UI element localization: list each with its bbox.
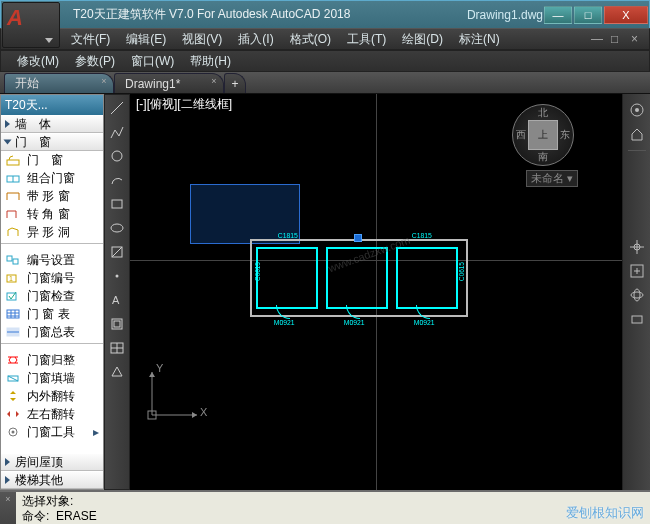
show-motion-icon[interactable] (627, 309, 647, 329)
region-tool-icon[interactable] (108, 363, 126, 381)
side-panel-title: T20天... (5, 97, 48, 114)
arrow-right-icon (5, 120, 10, 128)
menu-dim[interactable]: 标注(N) (451, 28, 508, 50)
label: 门窗检查 (27, 288, 75, 305)
circle-tool-icon[interactable] (108, 147, 126, 165)
compass-n: 北 (538, 106, 548, 120)
tab-add[interactable]: + (224, 73, 246, 93)
menu-window[interactable]: 窗口(W) (123, 50, 182, 72)
svg-line-21 (111, 102, 123, 114)
menu-file[interactable]: 文件(F) (63, 28, 118, 50)
chevron-right-icon: ▸ (93, 425, 99, 439)
table-tool-icon[interactable] (108, 339, 126, 357)
point-tool-icon[interactable] (108, 267, 126, 285)
ellipse-tool-icon[interactable] (108, 219, 126, 237)
arc-tool-icon[interactable] (108, 171, 126, 189)
orbit-icon[interactable] (627, 285, 647, 305)
mdi-minimize-icon[interactable]: — (591, 32, 605, 46)
close-button[interactable]: X (604, 6, 648, 24)
side-item-align[interactable]: 门窗归整 (1, 351, 103, 369)
compass-center[interactable]: 上 (528, 120, 558, 150)
workspace: T20天... 墙 体 门 窗 门 窗 组合门窗 带 形 窗 转 角 窗 异 形… (0, 94, 650, 490)
maximize-button[interactable]: □ (574, 6, 602, 24)
polyline-tool-icon[interactable] (108, 123, 126, 141)
separator (628, 150, 646, 151)
svg-point-24 (111, 224, 123, 232)
command-area: × 选择对象: 命令: ERASE 选择对象: *取消* 命令: TStatOp… (0, 490, 650, 524)
mdi-restore-icon[interactable]: □ (611, 32, 625, 46)
svg-point-41 (631, 292, 643, 298)
side-cat-doorwin[interactable]: 门 窗 (1, 133, 103, 151)
close-icon[interactable]: × (208, 76, 220, 88)
side-item-combo[interactable]: 组合门窗 (1, 169, 103, 187)
side-cat-wall[interactable]: 墙 体 (1, 115, 103, 133)
label: 门 窗 (27, 152, 63, 169)
window-label: C1815 (278, 232, 298, 240)
side-cat-wall-label: 墙 体 (15, 116, 51, 133)
door-label: M0921 (414, 319, 435, 327)
svg-point-22 (112, 151, 122, 161)
mdi-close-icon[interactable]: × (631, 32, 645, 46)
side-item-numset[interactable]: 编号设置 (1, 251, 103, 269)
close-icon[interactable]: × (5, 494, 10, 504)
menu-modify[interactable]: 修改(M) (9, 50, 67, 72)
side-item-odd[interactable]: 异 形 洞 (1, 223, 103, 241)
app-logo[interactable]: A (2, 2, 60, 48)
side-cat-doorwin-label: 门 窗 (15, 134, 51, 151)
close-icon[interactable]: × (98, 76, 110, 88)
document-tabs: 开始× Drawing1*× + (0, 72, 650, 94)
tab-drawing1-label: Drawing1* (125, 77, 180, 91)
label: 异 形 洞 (27, 224, 70, 241)
label: 转 角 窗 (27, 206, 70, 223)
side-cat-stair[interactable]: 楼梯其他 (1, 471, 103, 489)
drawing-canvas[interactable]: [-][俯视][二维线框] C1815 C1815 C0615 C0615 M0… (130, 94, 622, 490)
rect-tool-icon[interactable] (108, 195, 126, 213)
side-item-band[interactable]: 带 形 窗 (1, 187, 103, 205)
menu-draw[interactable]: 绘图(D) (394, 28, 451, 50)
svg-rect-30 (114, 321, 120, 327)
arrow-right-icon (5, 458, 10, 466)
svg-rect-3 (7, 256, 12, 261)
label: 带 形 窗 (27, 188, 70, 205)
side-item-number[interactable]: 1门窗编号 (1, 269, 103, 287)
menu-view[interactable]: 视图(V) (174, 28, 230, 50)
tab-start[interactable]: 开始× (4, 73, 114, 93)
door-icon (5, 153, 21, 167)
pan-icon[interactable] (627, 237, 647, 257)
menu-param[interactable]: 参数(P) (67, 50, 123, 72)
side-item-fillwall[interactable]: 门窗填墙 (1, 369, 103, 387)
view-name[interactable]: 未命名 ▾ (526, 170, 578, 187)
block-tool-icon[interactable] (108, 315, 126, 333)
menu-edit[interactable]: 编辑(E) (118, 28, 174, 50)
minimize-button[interactable]: — (544, 6, 572, 24)
zoom-extents-icon[interactable] (627, 261, 647, 281)
side-cat-roof[interactable]: 房间屋顶 (1, 453, 103, 471)
nav-wheel-icon[interactable] (627, 100, 647, 120)
svg-rect-43 (632, 316, 642, 323)
line-tool-icon[interactable] (108, 99, 126, 117)
ucs-icon: X Y (142, 360, 212, 430)
menu-format[interactable]: 格式(O) (282, 28, 339, 50)
side-item-flipio[interactable]: 内外翻转 (1, 387, 103, 405)
menu-help[interactable]: 帮助(H) (182, 50, 239, 72)
side-item-tools[interactable]: 门窗工具▸ (1, 423, 103, 441)
side-item-fliplr[interactable]: 左右翻转 (1, 405, 103, 423)
menubar: 文件(F) 编辑(E) 视图(V) 插入(I) 格式(O) 工具(T) 绘图(D… (0, 28, 650, 50)
hatch-tool-icon[interactable] (108, 243, 126, 261)
command-handle[interactable]: × (0, 492, 16, 524)
side-item-door[interactable]: 门 窗 (1, 151, 103, 169)
side-item-check[interactable]: 门窗检查 (1, 287, 103, 305)
side-item-corner[interactable]: 转 角 窗 (1, 205, 103, 223)
home-icon[interactable] (627, 124, 647, 144)
side-item-total[interactable]: 门窗总表 (1, 323, 103, 341)
menu-tools[interactable]: 工具(T) (339, 28, 394, 50)
text-tool-icon[interactable]: A (108, 291, 126, 309)
viewport-label[interactable]: [-][俯视][二维线框] (136, 96, 232, 113)
grip-icon[interactable] (354, 234, 362, 242)
tab-drawing1[interactable]: Drawing1*× (114, 73, 224, 93)
side-panel-header[interactable]: T20天... (1, 95, 103, 115)
side-item-table[interactable]: 门 窗 表 (1, 305, 103, 323)
view-cube[interactable]: 北 南 西 东 上 (512, 104, 574, 166)
label: 门窗编号 (27, 270, 75, 287)
menu-insert[interactable]: 插入(I) (230, 28, 281, 50)
